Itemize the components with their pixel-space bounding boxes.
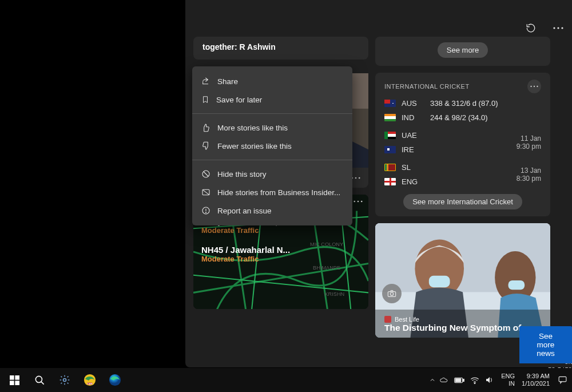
svg-point-39 xyxy=(35,376,42,382)
clock[interactable]: 9:39 AM 1/10/2021 xyxy=(522,373,550,387)
flag-sl-icon xyxy=(384,164,396,171)
edge-icon[interactable] xyxy=(109,374,121,386)
svg-point-0 xyxy=(553,27,555,29)
card-more-icon[interactable] xyxy=(351,177,360,179)
flag-ire-icon xyxy=(384,146,396,153)
taskbar: CAN ENG IN 9:39 AM 1/10/2021 xyxy=(0,368,572,392)
right-column: See more INTERNATIONAL CRICKET AUS338 & … xyxy=(375,37,550,367)
team-sl: SL xyxy=(402,163,424,172)
cricket-more-icon[interactable] xyxy=(527,80,541,93)
score-aus: 338 & 312/6 d (87.0) xyxy=(430,99,541,108)
ctx-hide-source[interactable]: Hide stories from Business Insider... xyxy=(192,183,352,201)
ctx-more-stories[interactable]: More stories like this xyxy=(192,118,352,137)
story-context-menu: Share Save for later More stories like t… xyxy=(192,66,352,225)
svg-point-40 xyxy=(63,379,66,382)
svg-rect-24 xyxy=(429,276,450,287)
story-card[interactable]: together: R Ashwin xyxy=(193,37,368,60)
svg-rect-47 xyxy=(455,378,461,382)
svg-rect-35 xyxy=(10,375,14,380)
cricket-card[interactable]: INTERNATIONAL CRICKET AUS338 & 312/6 d (… xyxy=(375,73,550,216)
svg-point-1 xyxy=(557,27,559,29)
svg-rect-49 xyxy=(559,377,566,382)
see-more-button[interactable]: See more xyxy=(438,42,488,58)
svg-text:KRISHN: KRISHN xyxy=(325,291,345,297)
svg-point-33 xyxy=(205,212,206,213)
start-button[interactable] xyxy=(8,374,21,386)
svg-point-48 xyxy=(474,382,475,383)
cricket-header: INTERNATIONAL CRICKET xyxy=(384,83,470,90)
camera-icon[interactable] xyxy=(382,284,402,303)
route-2-status: Moderate Traffic xyxy=(201,255,360,263)
svg-point-16 xyxy=(357,201,359,203)
tray-wifi-icon[interactable] xyxy=(470,377,479,384)
source-logo-icon xyxy=(384,316,391,323)
svg-rect-46 xyxy=(463,379,464,381)
route-2-name: NH45 / Jawaharlal N... xyxy=(201,245,360,255)
flag-aus-icon xyxy=(384,100,396,107)
language-indicator[interactable]: ENG IN xyxy=(501,373,515,387)
score-ind: 244 & 98/2 (34.0) xyxy=(430,113,541,122)
svg-point-17 xyxy=(361,201,363,203)
svg-rect-38 xyxy=(15,381,19,385)
m2-date: 11 Jan xyxy=(517,134,541,142)
m3-date: 13 Jan xyxy=(517,167,541,175)
team-uae: UAE xyxy=(402,131,424,140)
svg-rect-36 xyxy=(15,375,19,380)
cricket-see-more-button[interactable]: See more International Cricket xyxy=(403,194,522,209)
desktop: Preview 18-1418 together: R Ashwin xyxy=(0,0,572,392)
story-title: together: R Ashwin xyxy=(202,42,276,52)
m2-time: 9:30 pm xyxy=(517,142,541,151)
tray-onedrive-icon[interactable] xyxy=(439,377,448,383)
svg-point-44 xyxy=(109,374,121,386)
svg-point-20 xyxy=(537,86,538,87)
team-aus: AUS xyxy=(402,99,424,108)
svg-point-29 xyxy=(390,292,393,295)
svg-rect-26 xyxy=(509,280,525,290)
svg-point-19 xyxy=(534,86,535,87)
settings-icon[interactable] xyxy=(58,374,71,386)
ctx-report[interactable]: Report an issue xyxy=(192,201,352,220)
flag-ind-icon xyxy=(384,114,396,121)
search-icon[interactable] xyxy=(33,374,46,386)
flag-uae-icon xyxy=(384,132,396,139)
tray-volume-icon[interactable] xyxy=(485,376,494,384)
svg-point-18 xyxy=(530,86,531,87)
refresh-icon[interactable] xyxy=(523,20,539,36)
ctx-hide-story[interactable]: Hide this story xyxy=(192,165,352,183)
svg-point-15 xyxy=(353,201,355,203)
m3-time: 8:30 pm xyxy=(517,175,541,183)
svg-text:BHIMANPE: BHIMANPE xyxy=(313,265,340,271)
more-options-icon[interactable] xyxy=(550,20,566,36)
svg-point-7 xyxy=(355,177,357,179)
bestlife-card[interactable]: Best Life The Disturbing New Symptom of xyxy=(375,223,550,338)
traffic-more-icon[interactable] xyxy=(353,200,363,203)
action-center-icon[interactable] xyxy=(558,375,567,385)
svg-point-2 xyxy=(561,27,563,29)
edge-canary-icon[interactable]: CAN xyxy=(84,374,96,386)
svg-point-8 xyxy=(359,177,360,179)
flag-eng-icon xyxy=(384,178,396,185)
team-ind: IND xyxy=(402,113,424,122)
svg-rect-37 xyxy=(10,381,14,385)
team-eng: ENG xyxy=(402,177,424,186)
news-and-interests-panel: together: R Ashwin xyxy=(185,0,572,367)
tray-chevron-up-icon[interactable] xyxy=(429,377,436,383)
ctx-save[interactable]: Save for later xyxy=(192,90,352,109)
route-1-status: Moderate Traffic xyxy=(201,226,360,235)
team-ire: IRE xyxy=(402,145,424,154)
bl-source: Best Life xyxy=(395,316,419,323)
bl-headline: The Disturbing New Symptom of xyxy=(384,323,541,333)
see-more-news-button[interactable]: See more news xyxy=(519,326,572,363)
tray-battery-icon[interactable] xyxy=(454,377,464,383)
ctx-share[interactable]: Share xyxy=(192,72,352,90)
ctx-fewer-stories[interactable]: Fewer stories like this xyxy=(192,137,352,155)
svg-text:CAN: CAN xyxy=(88,382,93,385)
